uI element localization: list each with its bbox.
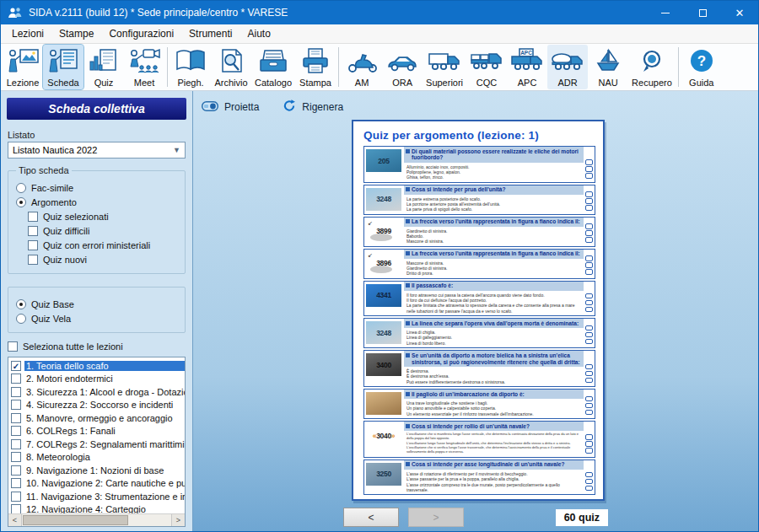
toolbar-button-scheda[interactable]: Scheda	[43, 45, 83, 89]
checkbox-label: Quiz difficili	[43, 226, 89, 236]
menu-item-aiuto[interactable]: Aiuto	[240, 25, 277, 42]
lesson-item[interactable]: 3. Sicurezza 1: Alcool e droga - Dotazio…	[8, 385, 185, 399]
lesson-checkbox[interactable]	[11, 413, 21, 423]
toolbar-button-archivio[interactable]: Archivio	[211, 45, 251, 89]
toolbar-button-guida[interactable]: ? Guida	[681, 45, 722, 89]
quiz-image: 3400	[366, 353, 401, 376]
toolbar-button-piegh[interactable]: Piegh.	[170, 45, 211, 89]
recover-icon	[635, 47, 669, 74]
lesson-item[interactable]: 5. Manovre, ormeggio e ancoraggio	[8, 411, 185, 425]
menu-item-lezioni[interactable]: Lezioni	[4, 25, 51, 42]
vf-marker-box	[585, 191, 593, 197]
toolbar-button-meet[interactable]: Meet	[124, 45, 164, 89]
lesson-checkbox[interactable]	[11, 452, 21, 462]
lesson-checkbox[interactable]	[11, 504, 21, 513]
lesson-item[interactable]: 11. Navigazione 3: Strumentazione e intr…	[8, 490, 185, 503]
question-number-badge	[406, 392, 410, 396]
toolbar-button-stampa[interactable]: Stampa	[295, 45, 336, 89]
vf-marker-box	[585, 479, 593, 485]
lesson-item[interactable]: 12. Navigazione 4: Carteggio	[8, 503, 185, 514]
toolbar-button-am[interactable]: AM	[342, 45, 382, 89]
rigenera-button[interactable]: Rigenera	[283, 99, 343, 115]
checkbox-option[interactable]: Quiz difficili	[28, 226, 177, 236]
toolbar-button-apc[interactable]: APC APC	[507, 45, 547, 89]
quiz-question: La freccia verso l'unità rappresentata i…	[404, 218, 584, 227]
quiz-answer: Può essere indifferentemente destrorsa o…	[406, 379, 582, 384]
question-number-badge	[406, 219, 410, 223]
maximize-button[interactable]	[684, 1, 721, 24]
checkbox-option[interactable]: Quiz selezionati	[28, 212, 177, 222]
quiz-image: «3040»	[366, 424, 401, 447]
app-window: SIDA v.2111 (build 12) * Sede principale…	[0, 0, 759, 532]
vf-marker-box	[585, 205, 593, 211]
lesson-item[interactable]: 8. Meteorologia	[8, 451, 185, 465]
checkbox-option[interactable]: Quiz con errori ministeriali	[28, 240, 177, 250]
lesson-item[interactable]: 2. Motori endotermici	[8, 373, 185, 386]
lesson-checkbox[interactable]	[11, 426, 21, 436]
radio-option[interactable]: Quiz Base	[16, 299, 177, 309]
scroll-left-arrow[interactable]: <	[8, 514, 22, 526]
lesson-checkbox[interactable]	[11, 465, 21, 476]
toolbar-button-label: APC	[518, 78, 537, 88]
quiz-image-number: 3248	[376, 329, 391, 337]
lesson-checkbox[interactable]: ✓	[11, 361, 21, 371]
pager-row: < > 60 quiz	[343, 508, 608, 527]
vf-marker-box	[585, 403, 593, 409]
lesson-checkbox[interactable]	[11, 373, 21, 384]
vf-marker-box	[585, 159, 593, 165]
lesson-item[interactable]: 7. COLRegs 2: Segnalamenti marittimi e m…	[8, 438, 185, 451]
quiz-type-radios: Quiz Base Quiz Vela	[13, 299, 180, 324]
toolbar-button-ora[interactable]: ORA	[382, 45, 423, 89]
quiz-count-badge: 60 quiz	[556, 509, 608, 526]
quiz-answer: L'oscillazione che si verifica lungo l'a…	[406, 446, 582, 454]
radio-option[interactable]: Argomento	[16, 197, 177, 207]
lesson-label: 2. Motori endotermici	[24, 373, 115, 384]
lesson-checkbox[interactable]	[11, 439, 21, 449]
truck-icon	[428, 47, 461, 74]
vf-marker-box	[585, 371, 593, 377]
lesson-checkbox[interactable]	[11, 387, 21, 397]
lesson-item[interactable]: ✓ 1. Teoria dello scafo	[8, 359, 185, 373]
toolbar-button-quiz[interactable]: Quiz	[83, 45, 124, 89]
lesson-item[interactable]: 10. Navigazione 2: Carte nautiche e pubb…	[8, 477, 185, 491]
toolbar-button-superiori[interactable]: Superiori	[423, 45, 466, 89]
toolbar-button-adr[interactable]: ADR	[547, 45, 588, 89]
lesson-item[interactable]: 9. Navigazione 1: Nozioni di base	[8, 464, 185, 477]
lessons-list: ✓ 1. Teoria dello scafo 2. Motori endote…	[8, 357, 185, 513]
next-page-button[interactable]: >	[408, 508, 464, 527]
lesson-checkbox[interactable]	[11, 478, 21, 488]
radio-option[interactable]: Quiz Vela	[16, 314, 177, 324]
scroll-right-arrow[interactable]: >	[171, 514, 185, 526]
quiz-answer: La parte limitata che attraversa lo spes…	[406, 303, 582, 314]
select-all-lessons-checkbox[interactable]: Seleziona tutte le lezioni	[8, 341, 186, 352]
radio-option[interactable]: Fac-simile	[16, 183, 177, 193]
quiz-question: Il pagliolo di un'imbarcazione da diport…	[404, 390, 584, 399]
lesson-icon	[6, 47, 40, 74]
toolbar-button-cqc[interactable]: CQC	[466, 45, 507, 89]
horizontal-scrollbar[interactable]: < >	[8, 513, 185, 526]
toolbar-button-nau[interactable]: NAU	[588, 45, 628, 89]
lesson-checkbox[interactable]	[11, 400, 21, 410]
vf-marker-box	[585, 396, 593, 402]
toolbar-button-lezione[interactable]: Lezione	[3, 45, 43, 89]
quiz-icon	[87, 47, 121, 74]
vf-marker-box	[585, 269, 593, 275]
checkbox-icon	[28, 255, 38, 265]
menu-item-strumenti[interactable]: Strumenti	[181, 25, 240, 42]
menu-item-stampe[interactable]: Stampe	[51, 25, 101, 42]
toolbar-button-catalogo[interactable]: Catalogo	[251, 45, 295, 89]
lesson-checkbox[interactable]	[11, 492, 21, 502]
scrollbar-thumb[interactable]	[23, 515, 128, 525]
menu-item-configurazioni[interactable]: Configurazioni	[101, 25, 181, 42]
close-button[interactable]: ✕	[721, 1, 758, 24]
minimize-button[interactable]	[647, 1, 684, 24]
quiz-answer: Mascone di sinistra.	[406, 239, 582, 244]
lesson-item[interactable]: 4. Sicurezza 2: Soccorso e incidenti	[8, 399, 185, 412]
checkbox-option[interactable]: Quiz nuovi	[28, 255, 177, 265]
prev-page-button[interactable]: <	[343, 508, 399, 527]
vf-marker-box	[585, 486, 593, 492]
proietta-button[interactable]: Proietta	[202, 101, 259, 114]
listato-dropdown[interactable]: Listato Nautica 2022 ▼	[8, 142, 186, 159]
toolbar-button-recupero[interactable]: Recupero	[628, 45, 676, 89]
lesson-item[interactable]: 6. COLRegs 1: Fanali	[8, 425, 185, 438]
